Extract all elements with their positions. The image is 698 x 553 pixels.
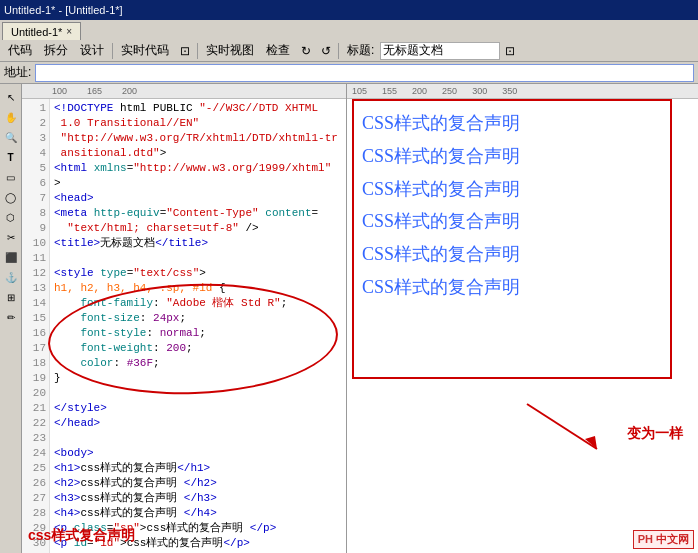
preview-area: 105 155 200 250 300 350 CSS样式的复合声明 CSS样式… — [347, 84, 698, 553]
title-bar: Untitled-1* - [Untitled-1*] — [0, 0, 698, 20]
preview-content: CSS样式的复合声明 CSS样式的复合声明 CSS样式的复合声明 CSS样式的复… — [347, 99, 698, 316]
preview-line-4: CSS样式的复合声明 — [362, 207, 683, 236]
tool-text[interactable]: T — [2, 148, 20, 166]
code-text[interactable]: <!DOCTYPE html PUBLIC "-//W3C//DTD XHTML… — [50, 99, 346, 553]
tab-bar: Untitled-1* × — [0, 20, 698, 40]
tool-clip[interactable]: ✂ — [2, 228, 20, 246]
tool-anchor[interactable]: ⚓ — [2, 268, 20, 286]
app-title: Untitled-1* - [Untitled-1*] — [4, 4, 123, 16]
ruler-mark: 200 — [412, 86, 427, 96]
address-input[interactable] — [35, 64, 694, 82]
refresh2-icon[interactable]: ↺ — [316, 41, 336, 61]
menu-split[interactable]: 拆分 — [38, 40, 74, 61]
ruler-mark: 350 — [502, 86, 517, 96]
svg-line-0 — [527, 404, 597, 449]
menu-code[interactable]: 代码 — [2, 40, 38, 61]
left-toolbar: ↖ ✋ 🔍 T ▭ ◯ ⬡ ✂ ⬛ ⚓ ⊞ ✏ — [0, 84, 22, 553]
refresh-icon[interactable]: ↻ — [296, 41, 316, 61]
menu-bar: 代码 拆分 设计 实时代码 ⊡ 实时视图 检查 ↻ ↺ 标题: ⊡ — [0, 40, 698, 62]
tool-hand[interactable]: ✋ — [2, 108, 20, 126]
menu-divider-1 — [112, 43, 113, 59]
menu-inspect[interactable]: 检查 — [260, 40, 296, 61]
address-bar: 地址: — [0, 62, 698, 84]
watermark-text: 中文网 — [656, 533, 689, 545]
tab-label: Untitled-1* — [11, 26, 62, 38]
preview-line-1: CSS样式的复合声明 — [362, 109, 683, 138]
tool-circle[interactable]: ◯ — [2, 188, 20, 206]
tool-nav[interactable]: ⬡ — [2, 208, 20, 226]
annotation-bottom-left: css样式复合声明 — [28, 527, 135, 545]
code-editor: 100 165 200 12345 678910 1112131415 1617… — [22, 84, 347, 553]
ruler-mark: 250 — [442, 86, 457, 96]
ruler-mark: 105 — [352, 86, 367, 96]
live-code-icon[interactable]: ⊡ — [175, 41, 195, 61]
preview-line-6: CSS样式的复合声明 — [362, 273, 683, 302]
watermark-prefix: PH — [638, 533, 653, 545]
ruler-mark: 155 — [382, 86, 397, 96]
preview-ruler: 105 155 200 250 300 350 — [347, 84, 698, 99]
annotation-same-text: 变为一样 — [627, 425, 683, 443]
line-numbers: 12345 678910 1112131415 1617181920 21222… — [22, 99, 50, 553]
tool-hotspot[interactable]: ⬛ — [2, 248, 20, 266]
tool-table[interactable]: ⊞ — [2, 288, 20, 306]
svg-marker-1 — [585, 436, 597, 449]
ruler-mark: 165 — [87, 86, 102, 96]
tool-rect[interactable]: ▭ — [2, 168, 20, 186]
code-content[interactable]: 12345 678910 1112131415 1617181920 21222… — [22, 99, 346, 553]
menu-divider-3 — [338, 43, 339, 59]
preview-line-2: CSS样式的复合声明 — [362, 142, 683, 171]
address-label: 地址: — [4, 64, 31, 81]
preview-line-5: CSS样式的复合声明 — [362, 240, 683, 269]
title-label: 标题: — [341, 40, 380, 61]
settings-icon[interactable]: ⊡ — [500, 41, 520, 61]
menu-live-view[interactable]: 实时视图 — [200, 40, 260, 61]
menu-live-code[interactable]: 实时代码 — [115, 40, 175, 61]
menu-design[interactable]: 设计 — [74, 40, 110, 61]
title-input[interactable] — [380, 42, 500, 60]
main-area: ↖ ✋ 🔍 T ▭ ◯ ⬡ ✂ ⬛ ⚓ ⊞ ✏ 100 165 200 1234… — [0, 84, 698, 553]
preview-line-3: CSS样式的复合声明 — [362, 175, 683, 204]
menu-divider-2 — [197, 43, 198, 59]
tool-zoom[interactable]: 🔍 — [2, 128, 20, 146]
ruler-mark: 200 — [122, 86, 137, 96]
tool-draw[interactable]: ✏ — [2, 308, 20, 326]
ruler-mark: 300 — [472, 86, 487, 96]
editor-tab[interactable]: Untitled-1* × — [2, 22, 81, 40]
tool-select[interactable]: ↖ — [2, 88, 20, 106]
annotation-arrow-svg — [497, 394, 647, 474]
ruler-mark: 100 — [52, 86, 67, 96]
code-ruler: 100 165 200 — [22, 84, 346, 99]
tab-close-button[interactable]: × — [66, 26, 72, 37]
watermark: PH 中文网 — [633, 530, 694, 549]
